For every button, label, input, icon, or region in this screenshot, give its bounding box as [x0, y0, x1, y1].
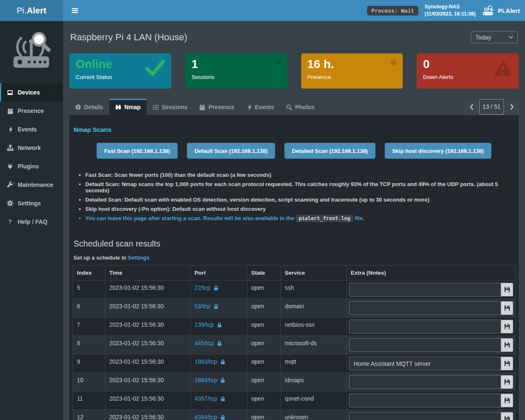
- sidebar-item-devices[interactable]: Devices: [0, 83, 63, 102]
- sidebar-item-label: Network: [18, 144, 41, 151]
- scan-info-bullet: Skip host discovery (-Pn option): Defaul…: [85, 206, 515, 212]
- save-note-button[interactable]: [501, 339, 513, 352]
- cell-service: netbios-ssn: [281, 318, 347, 336]
- tab-label: Events: [255, 104, 274, 110]
- sidebar-item-plugins[interactable]: Plugins: [0, 157, 63, 176]
- app-logo-pi: Pi.: [17, 6, 27, 16]
- tab-events[interactable]: Events: [241, 99, 280, 115]
- sidebar-item-icon: ?: [6, 218, 14, 225]
- status-card-current-status[interactable]: Online Current Status: [69, 53, 171, 89]
- scan-button-detailed-scan-192-168-1-138[interactable]: Detailed Scan (192.168.1.138): [284, 143, 375, 159]
- save-note-button[interactable]: [501, 302, 513, 315]
- sidebar-item-label: Help / FAQ: [18, 218, 47, 225]
- period-select[interactable]: Today: [471, 31, 518, 43]
- svg-text:?: ?: [8, 219, 11, 225]
- router-search-logo-icon: [9, 30, 54, 72]
- prev-device-button[interactable]: [465, 99, 478, 115]
- navbar-brand-link[interactable]: Pi.Alert: [482, 5, 520, 16]
- sidebar: Devices Presence Events Network Plugins: [0, 21, 63, 420]
- save-icon: [504, 342, 510, 348]
- sidebar-item-events[interactable]: Events: [0, 120, 63, 139]
- card-icon: [494, 59, 513, 76]
- tab-sessions[interactable]: 123 Sessions: [147, 99, 193, 115]
- port-link-445-tcp[interactable]: 445/tcp: [194, 340, 214, 346]
- table-row-11: 11 2023-01-02 15:56:30 4357/tcp open qsn…: [73, 391, 515, 410]
- settings-link[interactable]: Settings: [128, 255, 149, 261]
- cell-time: 2023-01-02 15:56:30: [105, 373, 191, 391]
- table-row-12: 12 2023-01-02 15:56:30 4384/tcp open unk…: [73, 410, 515, 420]
- tab-details[interactable]: Details: [69, 99, 109, 115]
- cell-note: [347, 410, 515, 420]
- cell-index: 5: [73, 281, 105, 299]
- sidebar-item-help-faq[interactable]: ? Help / FAQ: [0, 213, 63, 231]
- save-note-button[interactable]: [501, 357, 513, 370]
- tab-nmap[interactable]: Nmap: [109, 99, 147, 115]
- note-input[interactable]: [349, 357, 501, 370]
- sidebar-item-network[interactable]: Network: [0, 139, 63, 157]
- scan-note-bullet: You can leave this page after starting a…: [85, 215, 515, 221]
- note-input[interactable]: [349, 283, 501, 296]
- port-link-53-tcp[interactable]: 53/tcp: [194, 303, 210, 310]
- scan-button-skip-host-discovery-192-168-1-138[interactable]: Skip host discovery (192.168.1.138): [385, 143, 491, 159]
- save-icon: [504, 360, 510, 367]
- port-link-1883-tcp[interactable]: 1883/tcp: [194, 358, 217, 365]
- app-logo[interactable]: Pi.Alert: [0, 0, 63, 21]
- save-note-button[interactable]: [501, 375, 513, 388]
- cell-note: [347, 299, 515, 318]
- sidebar-toggle-button[interactable]: [69, 5, 81, 16]
- cell-index: 11: [73, 391, 105, 410]
- sidebar-item-icon: [6, 126, 14, 133]
- device-tabs: Details Nmap 123 Sessions Presence: [69, 99, 320, 115]
- port-link-22-tcp[interactable]: 22/tcp: [194, 284, 210, 291]
- app-logo-alert: Alert: [27, 6, 47, 16]
- note-input[interactable]: [349, 394, 501, 407]
- save-note-button[interactable]: [501, 283, 513, 296]
- note-input[interactable]: [349, 339, 501, 352]
- port-link-4384-tcp[interactable]: 4384/tcp: [194, 414, 217, 420]
- cell-state: open: [247, 299, 281, 318]
- save-note-button[interactable]: [501, 412, 513, 420]
- save-note-button[interactable]: [501, 394, 513, 407]
- save-icon: [504, 323, 510, 330]
- cell-time: 2023-01-02 15:56:30: [105, 318, 191, 336]
- status-card-presence[interactable]: 16 h. Presence: [301, 53, 403, 89]
- note-input[interactable]: [349, 320, 501, 333]
- sidebar-item-label: Plugins: [18, 163, 39, 170]
- cell-note: [347, 373, 515, 391]
- tab-presence[interactable]: Presence: [193, 99, 240, 115]
- sidebar-menu: Devices Presence Events Network Plugins: [0, 81, 63, 231]
- sidebar-item-presence[interactable]: Presence: [0, 102, 63, 120]
- sidebar-item-settings[interactable]: Settings: [0, 194, 63, 213]
- cell-state: open: [247, 354, 281, 373]
- scan-buttons-row: Fast Scan (192.168.1.138) Default Scan (…: [73, 143, 515, 159]
- next-device-button[interactable]: [505, 99, 519, 115]
- port-link-139-tcp[interactable]: 139/tcp: [194, 321, 214, 328]
- cell-note: [347, 354, 515, 373]
- cell-port: 1883/tcp: [191, 354, 247, 373]
- sidebar-item-maintenance[interactable]: Maintenance: [0, 176, 63, 194]
- scan-button-default-scan-192-168-1-138[interactable]: Default Scan (192.168.1.138): [187, 143, 275, 159]
- page-title: Raspberry Pi 4 LAN (House): [70, 32, 187, 43]
- sidebar-item-icon: [6, 144, 14, 151]
- tab-icon: [199, 104, 205, 110]
- scan-button-fast-scan-192-168-1-138[interactable]: Fast Scan (192.168.1.138): [97, 143, 178, 159]
- port-link-4357-tcp[interactable]: 4357/tcp: [194, 395, 217, 402]
- tab-pholus[interactable]: Pholus: [280, 99, 321, 115]
- note-input[interactable]: [349, 412, 501, 420]
- scan-info-bullet: Detailed Scan: Default scan with enabled…: [85, 197, 515, 203]
- note-input[interactable]: [349, 302, 501, 315]
- tab-icon: [286, 104, 292, 110]
- status-card-sessions[interactable]: 1 Sessions: [185, 53, 287, 89]
- navbar-body: Process: Wait Synology-NAS (11/03/2023, …: [63, 0, 525, 21]
- host-timestamp: (11/03/2023, 16:11:08): [425, 10, 475, 18]
- port-link-1884-tcp[interactable]: 1884/tcp: [194, 377, 217, 383]
- status-card-down-alerts[interactable]: 0 Down Alerts: [417, 53, 519, 89]
- hamburger-icon: [71, 8, 79, 13]
- router-icon: [482, 5, 494, 16]
- save-note-button[interactable]: [501, 320, 513, 333]
- top-navbar: Pi.Alert Process: Wait Synology-NAS (11/…: [0, 0, 525, 21]
- lock-icon: [213, 304, 219, 309]
- note-input[interactable]: [349, 375, 501, 388]
- lock-icon: [220, 415, 226, 420]
- scan-info-bullet: Default Scan: Nmap scans the top 1,000 p…: [85, 181, 515, 194]
